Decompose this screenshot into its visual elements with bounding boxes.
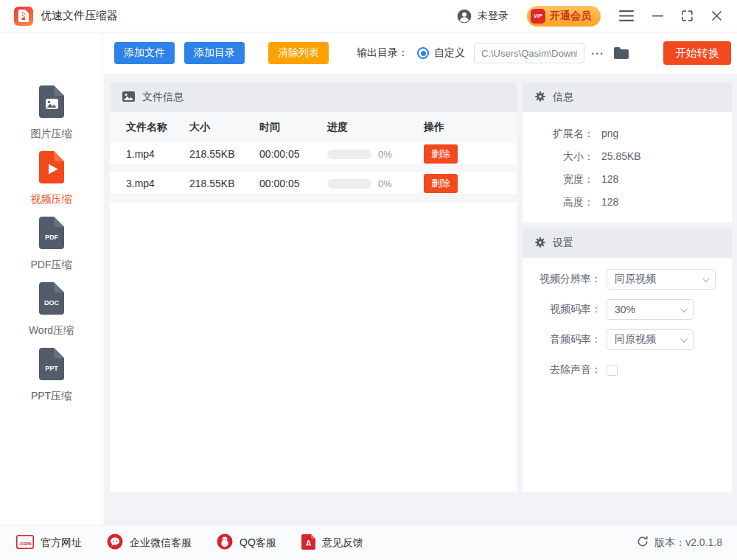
- info-field: 宽度：128: [523, 172, 732, 186]
- footer: .com 官方网址 企业微信客服 QQ客服 A 意见反馈 版本：v2.0.1.8: [0, 525, 737, 560]
- delete-button[interactable]: 删除: [424, 174, 458, 193]
- browse-more-button[interactable]: ···: [591, 47, 604, 60]
- file-info-title: 文件信息: [142, 91, 184, 104]
- file-info-header: 文件信息: [110, 83, 517, 112]
- open-vip-button[interactable]: VIP 开通会员: [527, 6, 601, 27]
- sidebar-item-label: 图片压缩: [31, 126, 72, 141]
- setting-label: 视频分辨率：: [523, 273, 601, 286]
- sidebar-item-word-compress[interactable]: DOC Word压缩: [0, 282, 102, 337]
- svg-text:PDF: PDF: [45, 234, 59, 241]
- output-path-input[interactable]: [474, 43, 584, 63]
- sidebar: 图片压缩 视频压缩 PDF PDF压缩 DOC Word压缩 PPT PPT压缩: [0, 32, 103, 525]
- doc-file-icon: DOC: [38, 282, 66, 318]
- field-label: 大小：: [523, 149, 594, 164]
- minimize-icon[interactable]: [652, 10, 663, 21]
- sidebar-item-label: Word压缩: [29, 323, 74, 337]
- pdf-file-icon: PDF: [38, 217, 66, 252]
- file-action: 删除: [424, 174, 517, 193]
- custom-radio-label: 自定义: [434, 46, 465, 60]
- svg-text:PPT: PPT: [45, 365, 58, 372]
- col-action: 操作: [424, 121, 517, 134]
- clear-list-button[interactable]: 清除列表: [268, 42, 329, 64]
- table-column-header: 文件名称 大小 时间 进度 操作: [110, 112, 517, 143]
- info-title: 信息: [553, 91, 573, 104]
- info-panel: 信息 扩展名：png 大小：25.85KB 宽度：128 高度：128: [523, 83, 732, 223]
- video-file-icon: [38, 151, 66, 186]
- footer-link-label: QQ客服: [240, 536, 276, 550]
- select-value: 同原视频: [615, 273, 656, 286]
- progress-bar: [327, 179, 371, 189]
- feedback-icon: A: [301, 534, 315, 552]
- titlebar: 优速文件压缩器 未登录 VIP 开通会员: [0, 0, 737, 32]
- close-icon[interactable]: [711, 10, 722, 21]
- folder-icon[interactable]: [613, 46, 629, 60]
- setting-video-bitrate: 视频码率： 30%: [523, 298, 732, 321]
- output-directory-group: 输出目录： 自定义 ··· 开始转换: [357, 41, 731, 65]
- website-icon: .com: [16, 535, 34, 551]
- add-file-button[interactable]: 添加文件: [114, 42, 175, 64]
- right-column: 信息 扩展名：png 大小：25.85KB 宽度：128 高度：128 设置 视…: [523, 83, 732, 492]
- sidebar-item-pdf-compress[interactable]: PDF PDF压缩: [0, 217, 102, 272]
- feedback-link[interactable]: A 意见反馈: [301, 534, 363, 552]
- maximize-icon[interactable]: [682, 10, 693, 21]
- settings-title: 设置: [553, 237, 573, 250]
- app-logo-icon: [14, 7, 33, 26]
- version-info: 版本：v2.0.1.8: [637, 536, 722, 550]
- select-value: 30%: [615, 304, 635, 315]
- table-row: 1.mp4 218.55KB 00:00:05 0% 删除: [110, 143, 517, 172]
- col-progress: 进度: [327, 121, 424, 134]
- svg-text:.com: .com: [19, 540, 31, 545]
- vip-label: 开通会员: [550, 10, 591, 23]
- official-website-link[interactable]: .com 官方网址: [16, 535, 82, 551]
- sidebar-item-video-compress[interactable]: 视频压缩: [0, 151, 102, 206]
- chevron-down-icon: [680, 305, 688, 312]
- file-info-icon: [122, 91, 135, 104]
- file-action: 删除: [424, 144, 517, 164]
- sidebar-item-ppt-compress[interactable]: PPT PPT压缩: [0, 348, 102, 403]
- qq-service-link[interactable]: QQ客服: [217, 533, 276, 552]
- footer-link-label: 企业微信客服: [130, 536, 192, 550]
- settings-header: 设置: [523, 228, 732, 258]
- delete-button[interactable]: 删除: [424, 144, 458, 164]
- info-body: 扩展名：png 大小：25.85KB 宽度：128 高度：128: [523, 112, 732, 209]
- file-name: 1.mp4: [110, 148, 189, 160]
- col-time: 时间: [259, 121, 327, 134]
- settings-panel: 设置 视频分辨率： 同原视频 视频码率： 30% 音频码率： 同原视频 去除声音…: [523, 228, 732, 492]
- menu-icon[interactable]: [619, 10, 634, 21]
- refresh-icon[interactable]: [637, 536, 649, 550]
- video-bitrate-select[interactable]: 30%: [607, 299, 694, 320]
- vip-icon: VIP: [531, 9, 545, 24]
- image-file-icon: [38, 85, 66, 121]
- setting-label: 视频码率：: [523, 303, 601, 316]
- setting-label: 音频码率：: [523, 333, 601, 346]
- progress-bar: [327, 150, 371, 159]
- qq-icon: [217, 533, 233, 552]
- col-size: 大小: [189, 121, 259, 134]
- sidebar-item-image-compress[interactable]: 图片压缩: [0, 85, 102, 141]
- add-directory-button[interactable]: 添加目录: [184, 42, 245, 64]
- wechat-service-link[interactable]: 企业微信客服: [107, 533, 192, 552]
- resolution-select[interactable]: 同原视频: [607, 269, 716, 290]
- mute-checkbox[interactable]: [607, 365, 618, 376]
- start-convert-button[interactable]: 开始转换: [663, 41, 731, 65]
- login-status[interactable]: 未登录: [457, 9, 509, 24]
- sidebar-item-label: 视频压缩: [31, 192, 72, 206]
- setting-resolution: 视频分辨率： 同原视频: [523, 268, 732, 290]
- info-field: 大小：25.85KB: [523, 149, 732, 164]
- file-time: 00:00:05: [259, 148, 327, 160]
- file-size: 218.55KB: [189, 178, 259, 189]
- custom-radio[interactable]: [417, 47, 429, 59]
- settings-body: 视频分辨率： 同原视频 视频码率： 30% 音频码率： 同原视频 去除声音：: [523, 258, 732, 381]
- field-value: 25.85KB: [601, 149, 641, 164]
- select-value: 同原视频: [615, 333, 656, 346]
- file-progress: 0%: [327, 148, 424, 160]
- setting-label: 去除声音：: [523, 363, 601, 377]
- audio-bitrate-select[interactable]: 同原视频: [607, 329, 694, 350]
- file-size: 218.55KB: [189, 148, 259, 160]
- sidebar-item-label: PDF压缩: [31, 257, 72, 272]
- footer-link-label: 官方网址: [41, 536, 82, 550]
- setting-audio-bitrate: 音频码率： 同原视频: [523, 329, 732, 351]
- wechat-icon: [107, 533, 123, 552]
- version-label: 版本：v2.0.1.8: [654, 536, 722, 550]
- file-info-panel: 文件信息 文件名称 大小 时间 进度 操作 1.mp4 218.55KB 00:…: [110, 83, 517, 492]
